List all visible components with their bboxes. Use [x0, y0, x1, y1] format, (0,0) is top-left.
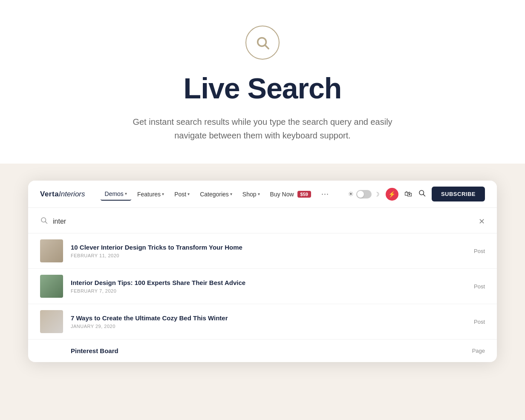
- price-badge: $59: [297, 191, 311, 198]
- nav-categories-label: Categories: [200, 191, 229, 198]
- result-thumbnail: [40, 310, 63, 333]
- chevron-down-icon: ▾: [258, 192, 260, 196]
- sun-icon: ☀: [348, 190, 354, 198]
- chevron-down-icon: ▾: [230, 192, 232, 196]
- brand-verta: Verta: [40, 190, 59, 198]
- nav-item-buy-now[interactable]: Buy Now $59: [266, 188, 315, 200]
- search-results: 10 Clever Interior Design Tricks to Tran…: [28, 233, 497, 362]
- clear-search-button[interactable]: ✕: [479, 217, 485, 226]
- result-date: FEBRUARY 7, 2020: [71, 288, 469, 293]
- svg-line-3: [423, 194, 425, 196]
- navbar: Verta Interiors Demos ▾ Features ▾ Post …: [28, 181, 497, 208]
- search-input-row: ✕: [40, 216, 485, 233]
- nav-item-post[interactable]: Post ▾: [170, 188, 194, 200]
- result-type: Post: [474, 319, 485, 325]
- page-result-type: Page: [472, 348, 485, 354]
- result-title: Interior Design Tips: 100 Experts Share …: [71, 279, 469, 286]
- result-thumbnail: [40, 275, 63, 298]
- hero-search-icon-circle: [245, 26, 280, 60]
- dark-mode-toggle[interactable]: [356, 190, 372, 198]
- nav-post-label: Post: [174, 191, 186, 198]
- nav-shop-label: Shop: [242, 191, 257, 198]
- list-item[interactable]: 10 Clever Interior Design Tricks to Tran…: [28, 233, 497, 269]
- nav-links: Demos ▾ Features ▾ Post ▾ Categories ▾ S…: [101, 187, 348, 201]
- hero-section: Live Search Get instant search results w…: [0, 0, 525, 164]
- svg-line-5: [45, 222, 47, 223]
- page-result-title: Pinterest Board: [71, 347, 472, 354]
- list-item[interactable]: Interior Design Tips: 100 Experts Share …: [28, 269, 497, 304]
- svg-line-1: [265, 45, 268, 49]
- theme-toggle[interactable]: ☀ ☽: [348, 190, 380, 198]
- chevron-down-icon: ▾: [188, 192, 190, 196]
- nav-features-label: Features: [137, 191, 161, 198]
- chevron-down-icon: ▾: [125, 191, 127, 196]
- demo-card: Verta Interiors Demos ▾ Features ▾ Post …: [28, 181, 497, 362]
- chevron-down-icon: ▾: [162, 192, 164, 196]
- search-icon: [255, 35, 270, 50]
- nav-search-button[interactable]: [418, 189, 426, 199]
- toggle-knob: [357, 191, 364, 198]
- result-content: 7 Ways to Create the Ultimate Cozy Bed T…: [71, 314, 469, 329]
- result-type: Post: [474, 283, 485, 290]
- search-input-icon: [40, 216, 48, 226]
- result-title: 7 Ways to Create the Ultimate Cozy Bed T…: [71, 314, 469, 322]
- brand-interiors: Interiors: [59, 190, 85, 198]
- page-title: Live Search: [184, 72, 342, 105]
- search-input[interactable]: [53, 218, 473, 225]
- search-bar-area: ✕: [28, 208, 497, 233]
- result-thumbnail: [40, 239, 63, 262]
- nav-item-demos[interactable]: Demos ▾: [101, 188, 131, 201]
- list-item[interactable]: 7 Ways to Create the Ultimate Cozy Bed T…: [28, 304, 497, 339]
- brand-logo[interactable]: Verta Interiors: [40, 190, 85, 198]
- result-type: Post: [474, 248, 485, 254]
- nav-demos-label: Demos: [105, 190, 124, 197]
- nav-item-categories[interactable]: Categories ▾: [196, 188, 237, 200]
- subscribe-button[interactable]: SUBSCRIBE: [432, 187, 485, 201]
- result-title: 10 Clever Interior Design Tricks to Tran…: [71, 244, 469, 251]
- nav-buy-now-label: Buy Now: [270, 191, 294, 198]
- result-date: FEBRUARY 11, 2020: [71, 253, 469, 258]
- moon-icon: ☽: [374, 191, 380, 198]
- result-date: JANUARY 29, 2020: [71, 324, 469, 329]
- hero-subtitle: Get instant search results while you typ…: [126, 115, 399, 142]
- result-content: 10 Clever Interior Design Tricks to Tran…: [71, 244, 469, 258]
- list-item[interactable]: Pinterest Board Page: [28, 339, 497, 362]
- lightning-button[interactable]: ⚡: [386, 188, 398, 201]
- nav-item-shop[interactable]: Shop ▾: [238, 188, 264, 200]
- shopping-bag-icon[interactable]: 🛍: [404, 190, 412, 198]
- nav-item-features[interactable]: Features ▾: [133, 188, 168, 200]
- result-content: Interior Design Tips: 100 Experts Share …: [71, 279, 469, 293]
- nav-actions: ☀ ☽ ⚡ 🛍 SUBSCRIBE: [348, 187, 485, 201]
- nav-more-button[interactable]: ···: [317, 187, 333, 201]
